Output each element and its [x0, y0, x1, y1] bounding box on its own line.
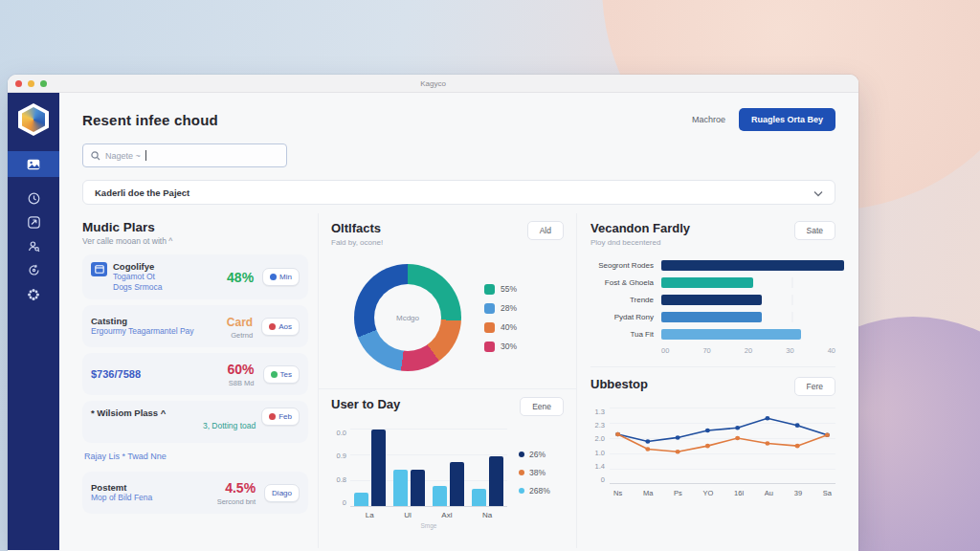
sidebar-item-users[interactable] [28, 234, 40, 258]
hbar-row: Trende [590, 295, 835, 305]
hbar-label: Seogront Rodes [590, 261, 661, 270]
status-dot-icon [269, 323, 276, 330]
y-tick-label: 0 [331, 498, 346, 507]
x-tick-label: Ns [613, 489, 622, 497]
legend-swatch [484, 284, 495, 295]
bar-group [472, 456, 503, 506]
hbar-label: Trende [590, 296, 661, 304]
horizontal-bar-chart: Seogront RodesFost & GhoelaTrendePydat R… [590, 260, 835, 340]
item-note: Sercond bnt [217, 497, 256, 506]
item-links[interactable]: Rajay Lis * Twad Nne [84, 452, 306, 461]
bar-card-button[interactable]: Eene [520, 397, 564, 416]
orange-point [645, 447, 650, 452]
item-title: Postemt [91, 482, 152, 493]
blue-point [795, 423, 800, 428]
desktop-background: Kagyco [0, 0, 980, 551]
send-icon [28, 216, 40, 229]
item-line: Togamot Ot [113, 272, 163, 282]
item-title: Cogolifye [113, 261, 163, 272]
orange-point [795, 444, 800, 449]
item-action-button[interactable]: Aos [261, 318, 300, 336]
list-item[interactable]: $736/7588 60% S8B Md Tes [82, 353, 308, 395]
x-tick-label: La [366, 511, 374, 519]
sidebar-item-dashboard[interactable] [8, 151, 59, 177]
donut-legend: 55%28%40%30% [484, 284, 517, 352]
list-item[interactable]: Cogolifye Togamot Ot Dogs Srmoca 48% Min [82, 254, 308, 299]
bar-chart-y-axis: 0.00.90.80 [331, 429, 350, 507]
blue-line [618, 418, 828, 441]
item-line: Mop of Bild Fena [91, 493, 152, 503]
item-title: Catsting [91, 316, 194, 326]
bar-group [393, 470, 425, 506]
donut-card-button[interactable]: Ald [527, 221, 564, 240]
item-value: 60% [228, 362, 255, 377]
orange-point [825, 432, 830, 437]
sidebar-item-sync[interactable] [28, 258, 40, 282]
window-titlebar: Kagyco [8, 75, 858, 93]
sidebar-item-send[interactable] [28, 210, 40, 234]
x-tick-label: Axl [441, 511, 452, 519]
window-title: Kagyco [8, 79, 858, 88]
hbar-track [661, 329, 835, 340]
refresh-icon [28, 264, 40, 276]
hbar-fill [661, 277, 753, 288]
app-logo[interactable] [18, 103, 49, 136]
hbar-row: Seogront Rodes [590, 260, 835, 271]
header-link[interactable]: Machroe [692, 115, 725, 124]
line-chart-y-axis: 1.32.32.01.01.40 [590, 408, 610, 484]
hbar-track [661, 312, 835, 322]
plans-title: Mudic Plars [82, 220, 308, 234]
chevron-down-icon[interactable] [813, 184, 823, 201]
list-item[interactable]: Catsting Ergourmy Teagarmantel Pay Card … [82, 305, 308, 347]
list-item[interactable]: Postemt Mop of Bild Fena 4.5% Sercond bn… [82, 472, 308, 514]
line-chart [610, 408, 835, 484]
item-action-button[interactable]: Feb [261, 408, 300, 426]
status-dot-icon [269, 413, 276, 420]
item-action-button[interactable]: Min [262, 268, 300, 286]
search-icon [91, 147, 100, 165]
x-tick-label: 39 [794, 489, 802, 497]
item-action-button[interactable]: Tes [263, 365, 300, 384]
legend-item: 26% [519, 450, 550, 459]
text-cursor [145, 150, 146, 161]
line-card-button[interactable]: Fere [794, 377, 835, 396]
settings-icon [27, 288, 40, 301]
section-header[interactable]: Kaderli doe the Paject [82, 180, 835, 205]
x-tick-label: 70 [702, 346, 710, 355]
legend-label: 26% [529, 450, 546, 459]
blue-point [765, 416, 769, 421]
section-title: Kaderli doe the Paject [95, 187, 813, 198]
list-item[interactable]: * Wilsiom Plass ^ 3, Dotting toad Feb [82, 401, 308, 443]
sidebar-item-settings[interactable] [27, 282, 40, 306]
donut-chart: Mcdgo [354, 264, 461, 371]
item-action-button[interactable]: Diago [264, 484, 300, 502]
item-line: 3, Dotting toad [91, 421, 256, 431]
hbar-card-title: Vecandon Fardly [590, 221, 690, 235]
plans-column: Mudic Plars Ver calle mooan ot with ^ Co… [82, 213, 319, 548]
y-tick-label: 0.9 [331, 452, 346, 460]
legend-item: 55% [484, 284, 517, 295]
sidebar-item-history[interactable] [28, 187, 40, 210]
blue-point [735, 426, 740, 430]
hbar-label: Tua Fit [590, 330, 661, 339]
item-note: Getrnd [227, 331, 253, 340]
divider [590, 366, 835, 367]
y-tick-label: 1.0 [590, 449, 605, 457]
legend-item: 38% [519, 468, 550, 477]
orange-point [705, 444, 710, 449]
orange-point [765, 441, 769, 446]
bar-card-title: User to Day [331, 397, 400, 411]
y-tick-label: 0.0 [331, 429, 346, 437]
hbar-x-axis: 0070203040 [661, 346, 835, 355]
bar [450, 462, 464, 506]
legend-item: 40% [484, 322, 517, 333]
hbar-track [661, 277, 835, 288]
primary-action-button[interactable]: Ruagles Orta Bey [739, 108, 835, 131]
x-tick-label: Au [765, 489, 773, 497]
legend-dot [519, 452, 524, 457]
search-input[interactable]: Nagete ~ [82, 143, 287, 167]
user-search-icon [28, 240, 40, 253]
hbar-card-button[interactable]: Sate [794, 221, 836, 240]
x-tick-label: YO [703, 489, 714, 497]
item-line: Dogs Srmoca [113, 282, 163, 293]
